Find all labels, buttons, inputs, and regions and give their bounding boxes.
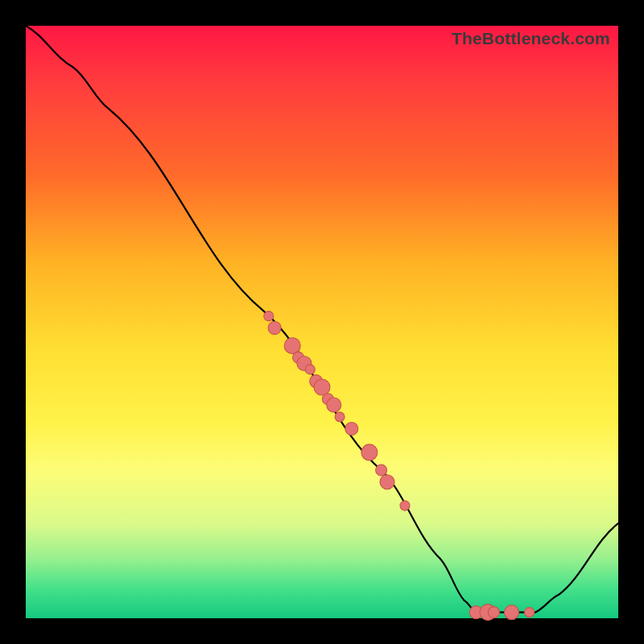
data-point xyxy=(400,501,410,510)
data-point xyxy=(268,321,281,334)
scatter-group xyxy=(264,312,535,621)
data-point xyxy=(361,444,378,460)
data-point xyxy=(488,607,499,618)
chart-frame: TheBottleneck.com xyxy=(0,0,644,644)
data-point xyxy=(505,605,519,620)
data-point xyxy=(314,379,330,395)
data-point xyxy=(376,464,387,476)
bottleneck-curve xyxy=(26,26,618,613)
data-point xyxy=(264,312,274,321)
data-point xyxy=(305,365,315,374)
data-point xyxy=(380,475,394,489)
data-point xyxy=(335,412,345,422)
data-point xyxy=(525,608,535,617)
data-point xyxy=(284,337,300,353)
plot-area: TheBottleneck.com xyxy=(26,26,618,618)
chart-svg xyxy=(26,26,618,618)
data-point xyxy=(345,422,358,435)
data-point xyxy=(327,398,341,412)
